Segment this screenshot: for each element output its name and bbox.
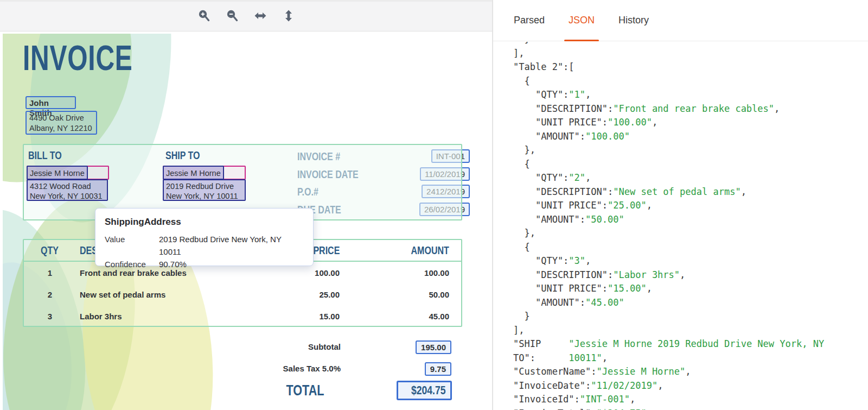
fit-width-button[interactable]	[252, 8, 269, 24]
json-line: "AMOUNT":"45.00"	[513, 296, 868, 310]
json-line: "QTY":"2",	[513, 171, 868, 185]
results-tab-bar: ParsedJSONHistory	[493, 0, 868, 41]
tab-parsed[interactable]: Parsed	[509, 0, 549, 41]
totals-row-sales-tax: Sales Tax 5.0%9.75	[218, 362, 451, 376]
json-line: }	[513, 42, 868, 47]
tooltip-confidence-row: Confidence 90.70%	[105, 258, 304, 270]
totals-label-subtotal: Subtotal	[221, 342, 341, 351]
json-line: "CustomerName":"Jessie M Horne",	[513, 365, 868, 379]
item-cell: New set of pedal arms	[80, 290, 165, 299]
json-line: "UNIT PRICE":"15.00",	[513, 282, 868, 296]
viewer-toolbar	[0, 0, 492, 31]
tooltip-value-row: Value 2019 Redbud Drive New York, NY 100…	[105, 233, 304, 258]
tooltip-title: ShippingAddress	[105, 217, 304, 228]
json-output: }],"Table 2":[ { "QTY":"1", "DESCRIPTION…	[513, 42, 868, 410]
document-viewer-panel: INVOICE John Smith 4490 Oak Drive Albany…	[0, 0, 492, 410]
json-line: "InvoiceDate":"11/02/2019",	[513, 379, 868, 393]
bbox-billing-name-outer[interactable]: Jessie M Horne	[27, 166, 109, 180]
json-line: "DESCRIPTION":"Front and rear brake cabl…	[513, 102, 868, 116]
json-line: "SHIP "Jessie M Horne 2019 Redbud Drive …	[513, 337, 868, 351]
json-line: {	[513, 157, 868, 172]
item-cell: 3	[36, 312, 63, 321]
tab-json[interactable]: JSON	[564, 0, 599, 41]
fit-width-icon	[254, 9, 267, 24]
column-header-qty: QTY	[36, 244, 63, 257]
bbox-shipping-name[interactable]: Jessie M Horne	[163, 166, 224, 180]
item-cell: 100.00	[315, 268, 340, 277]
tab-history[interactable]: History	[614, 0, 653, 41]
bbox-shipping-address[interactable]: 2019 Redbud Drive New York, NY 10011	[163, 179, 246, 201]
json-output-scroll-area[interactable]: }],"Table 2":[ { "QTY":"1", "DESCRIPTION…	[513, 42, 868, 410]
json-line: },	[513, 143, 868, 157]
item-cell: 100.00	[424, 268, 449, 277]
item-cell: 2	[36, 290, 63, 299]
item-cell: 50.00	[429, 290, 449, 299]
results-panel: ParsedJSONHistory }],"Table 2":[ { "QTY"…	[493, 0, 868, 410]
json-line: ],	[513, 324, 868, 338]
fit-height-icon	[282, 9, 295, 24]
bbox-subtotal[interactable]: 195.00	[416, 340, 451, 354]
json-line: ],	[513, 47, 868, 61]
item-cell: 25.00	[319, 290, 340, 299]
item-cell: 15.00	[319, 312, 340, 321]
json-line: "UNIT PRICE":"25.00",	[513, 199, 868, 213]
json-line: {	[513, 74, 868, 89]
bbox-vendor-address[interactable]: 4490 Oak Drive Albany, NY 12210	[25, 111, 97, 135]
column-header-amount: AMOUNT	[401, 244, 449, 257]
bbox-grand-total[interactable]: $204.75	[397, 381, 452, 400]
invoice-title: INVOICE	[23, 38, 169, 78]
json-line: }	[513, 310, 868, 324]
json-line: "AMOUNT":"100.00"	[513, 130, 868, 144]
field-tooltip: ShippingAddress Value 2019 Redbud Drive …	[95, 208, 314, 266]
json-line: "Table 2":[	[513, 60, 868, 74]
json-line: "QTY":"1",	[513, 88, 868, 102]
json-line: TO": 10011",	[513, 351, 868, 365]
json-line: "DESCRIPTION":"Labor 3hrs",	[513, 268, 868, 282]
fit-height-button[interactable]	[280, 8, 297, 24]
grand-total-label: TOTAL	[286, 382, 324, 399]
item-row: 2New set of pedal arms25.0050.00	[24, 290, 461, 302]
zoom-in-icon	[197, 9, 210, 24]
json-line: "AMOUNT":"50.00"	[513, 213, 868, 227]
json-line: "InvoiceTotal":"$204.75"	[513, 407, 868, 410]
invoice-document: INVOICE John Smith 4490 Oak Drive Albany…	[3, 34, 477, 410]
zoom-out-icon	[226, 9, 239, 24]
bbox-billing-name[interactable]: Jessie M Horne	[27, 166, 88, 180]
totals-row-subtotal: Subtotal195.00	[218, 340, 451, 355]
totals-label-sales-tax: Sales Tax 5.0%	[221, 364, 341, 373]
ship-to-heading: SHIP TO	[165, 149, 208, 162]
bill-to-heading: BILL TO	[28, 149, 70, 162]
bbox-billing-address[interactable]: 4312 Wood Road New York, NY 10031	[27, 179, 108, 201]
item-row: 3Labor 3hrs15.0045.00	[24, 312, 461, 324]
zoom-in-button[interactable]	[196, 8, 212, 24]
bbox-shipping-name-outer[interactable]: Jessie M Horne	[163, 166, 246, 180]
json-line: "InvoiceId":"INT-001",	[513, 393, 868, 407]
json-line: },	[513, 226, 868, 241]
json-line: "QTY":"3",	[513, 254, 868, 268]
item-cell: 1	[36, 268, 63, 277]
item-cell: Labor 3hrs	[80, 312, 122, 321]
json-line: "DESCRIPTION":"New set of pedal arms",	[513, 185, 868, 199]
zoom-out-button[interactable]	[224, 8, 240, 24]
json-line: "UNIT PRICE":"100.00",	[513, 116, 868, 130]
json-line: {	[513, 241, 868, 255]
bbox-sales-tax[interactable]: 9.75	[425, 362, 451, 376]
bbox-vendor-name[interactable]: John Smith	[25, 96, 76, 109]
item-cell: 45.00	[429, 312, 449, 321]
